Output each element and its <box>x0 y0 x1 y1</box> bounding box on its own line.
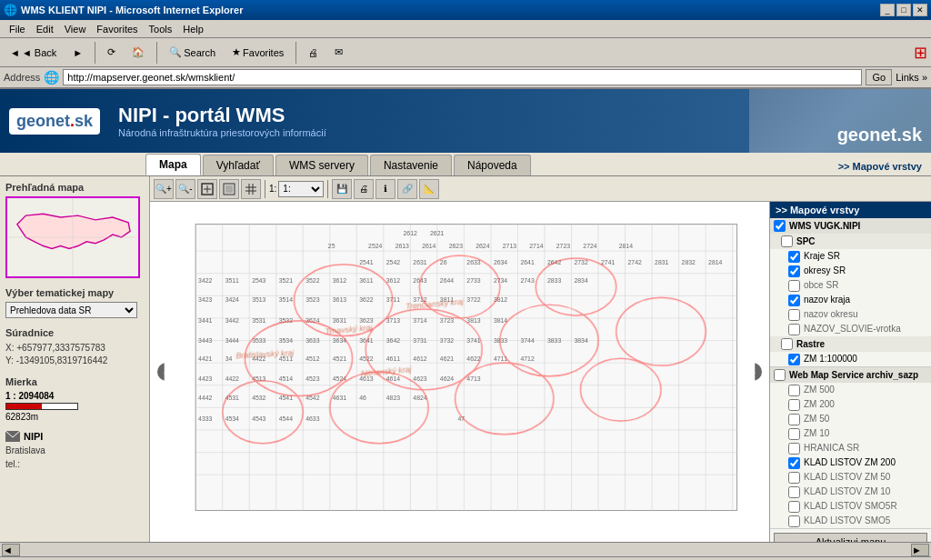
menu-file[interactable]: File <box>4 22 31 36</box>
link-icon: 🔗 <box>402 184 413 194</box>
theme-map-section: Výber tematickej mapy Prehledova data SR <box>5 287 144 318</box>
layer-klad-smo5[interactable]: KLAD LISTOV SMO5 <box>770 514 931 528</box>
zoom-out-button[interactable]: 🔍- <box>175 179 195 199</box>
layer-klad-zm-50-checkbox[interactable] <box>788 472 800 484</box>
zoom-extent-button[interactable] <box>197 179 217 199</box>
email-icon[interactable] <box>5 431 20 442</box>
maximize-button[interactable]: □ <box>896 4 911 16</box>
go-button[interactable]: Go <box>866 69 892 85</box>
layer-klad-zm-50[interactable]: KLAD LISTOV ZM 50 <box>770 470 931 485</box>
layer-zm-10-checkbox[interactable] <box>788 428 800 440</box>
map-area[interactable]: ▲ ▼ ◄ ► <box>150 202 769 542</box>
layer-group-archiv-sazp-header[interactable]: Web Map Service archiv_sazp <box>770 367 931 383</box>
rastre-checkbox[interactable] <box>781 338 793 350</box>
menu-help[interactable]: Help <box>177 22 209 36</box>
forward-arrow-icon: ► <box>73 47 83 58</box>
scroll-left-button[interactable]: ◄ <box>2 544 20 556</box>
layer-obce-sr[interactable]: obce SR <box>770 278 931 293</box>
layer-nazov-okresu-checkbox[interactable] <box>788 309 800 321</box>
rastre-subgroup-header[interactable]: Rastre <box>770 336 931 352</box>
layer-group-wms-vugk-header[interactable]: WMS VUGK.NIPI <box>770 218 931 234</box>
layer-nazov-kraja-checkbox[interactable] <box>788 295 800 306</box>
layer-hranica-sr-checkbox[interactable] <box>788 443 800 455</box>
layer-okresy-sr[interactable]: okresy SR <box>770 264 931 278</box>
layer-nazov-kraja[interactable]: nazov kraja <box>770 293 931 307</box>
search-button[interactable]: 🔍 Search <box>163 41 222 65</box>
menu-favorites[interactable]: Favorites <box>91 22 143 36</box>
info-button[interactable]: ℹ <box>375 179 395 199</box>
layer-kraje-sr-checkbox[interactable] <box>788 251 800 263</box>
layer-zm-500[interactable]: ZM 500 <box>770 383 931 397</box>
menu-view[interactable]: View <box>59 22 92 36</box>
spc-subgroup-header[interactable]: SPC <box>770 234 931 249</box>
layer-zm-500-checkbox[interactable] <box>788 385 800 396</box>
save-button[interactable]: 💾 <box>332 179 352 199</box>
print-button[interactable]: 🖨 <box>302 41 325 65</box>
layer-group-wms-vugk-checkbox[interactable] <box>774 220 786 232</box>
layer-klad-zm-10[interactable]: KLAD LISTOV ZM 10 <box>770 485 931 499</box>
tab-vyhladat[interactable]: Vyhľadať <box>203 155 274 175</box>
layer-zm-50[interactable]: ZM 50 <box>770 412 931 426</box>
svg-text:3513: 3513 <box>252 296 265 303</box>
mail-button[interactable]: ✉ <box>328 41 349 65</box>
scroll-track[interactable] <box>22 545 909 555</box>
layer-zm-200-checkbox[interactable] <box>788 399 800 411</box>
layer-klad-zm-200-checkbox[interactable] <box>788 457 800 469</box>
window-controls[interactable]: _ □ ✕ <box>880 4 927 16</box>
svg-text:3612: 3612 <box>386 277 400 284</box>
tab-wms-servery[interactable]: WMS servery <box>275 155 368 175</box>
menu-tools[interactable]: Tools <box>144 22 178 36</box>
theme-map-select[interactable]: Prehledova data SR <box>5 302 137 318</box>
layer-hranica-sr[interactable]: HRANICA SR <box>770 441 931 455</box>
svg-text:3642: 3642 <box>386 338 400 345</box>
layers-link[interactable]: >> Mapové vrstvy <box>838 161 931 175</box>
layer-okresy-sr-checkbox[interactable] <box>788 265 800 277</box>
layer-klad-smo5r[interactable]: KLAD LISTOV SMO5R <box>770 499 931 514</box>
svg-text:2713: 2713 <box>503 243 516 249</box>
layer-klad-zm-200[interactable]: KLAD LISTOV ZM 200 <box>770 455 931 470</box>
layer-nazov-slovie[interactable]: NAZOV_SLOVIE-vrotka <box>770 322 931 336</box>
scroll-right-button[interactable]: ► <box>911 544 929 556</box>
tab-nastavenie[interactable]: Nastavenie <box>370 155 452 175</box>
layer-obce-sr-checkbox[interactable] <box>788 280 800 292</box>
horizontal-scrollbar[interactable]: ◄ ► <box>0 542 931 556</box>
grid-button[interactable] <box>241 179 261 199</box>
minimap[interactable] <box>5 196 140 278</box>
layer-klad-smo5r-checkbox[interactable] <box>788 501 800 513</box>
layer-nazov-slovie-checkbox[interactable] <box>788 324 800 335</box>
layer-group-archiv-sazp-checkbox[interactable] <box>774 369 786 381</box>
forward-button[interactable]: ► <box>66 41 89 65</box>
layer-klad-zm-10-checkbox[interactable] <box>788 486 800 498</box>
back-button[interactable]: ◄ ◄ Back <box>4 41 63 65</box>
address-input[interactable] <box>63 69 862 85</box>
link-button[interactable]: 🔗 <box>397 179 417 199</box>
print-map-button[interactable]: 🖨 <box>354 179 374 199</box>
spc-checkbox[interactable] <box>781 235 793 247</box>
layer-zm-200[interactable]: ZM 200 <box>770 397 931 412</box>
layer-zm-50-checkbox[interactable] <box>788 414 800 425</box>
layer-zm-10[interactable]: ZM 10 <box>770 426 931 441</box>
measure-button[interactable]: 📐 <box>419 179 439 199</box>
zoom-in-button[interactable]: 🔍+ <box>154 179 174 199</box>
full-extent-button[interactable] <box>219 179 239 199</box>
minimize-button[interactable]: _ <box>880 4 895 16</box>
window-icon: 🌐 <box>4 4 17 16</box>
favorites-button[interactable]: ★ Favorites <box>225 41 290 65</box>
home-button[interactable]: 🏠 <box>125 41 151 65</box>
scale-section: Mierka 1 : 2094084 62823m <box>5 376 144 422</box>
layers-header[interactable]: >> Mapové vrstvy <box>770 202 931 218</box>
layer-klad-smo5-checkbox[interactable] <box>788 515 800 527</box>
update-map-button[interactable]: Aktualizuj mapu <box>774 533 927 542</box>
layer-nazov-okresu[interactable]: nazov okresu <box>770 307 931 322</box>
layer-zm-100000-checkbox[interactable] <box>788 354 800 365</box>
close-button[interactable]: ✕ <box>913 4 927 16</box>
menu-edit[interactable]: Edit <box>31 22 59 36</box>
layer-kraje-sr[interactable]: Kraje SR <box>770 249 931 264</box>
refresh-button[interactable]: ⟳ <box>101 41 122 65</box>
tab-mapa[interactable]: Mapa <box>145 154 201 175</box>
scale-select[interactable]: 1: <box>278 181 324 197</box>
tab-napoveda[interactable]: Nápoveda <box>454 155 531 175</box>
svg-text:2621: 2621 <box>430 230 444 236</box>
layer-group-archiv-sazp-label: Web Map Service archiv_sazp <box>789 370 918 380</box>
layer-zm-100000[interactable]: ZM 1:100000 <box>770 352 931 366</box>
